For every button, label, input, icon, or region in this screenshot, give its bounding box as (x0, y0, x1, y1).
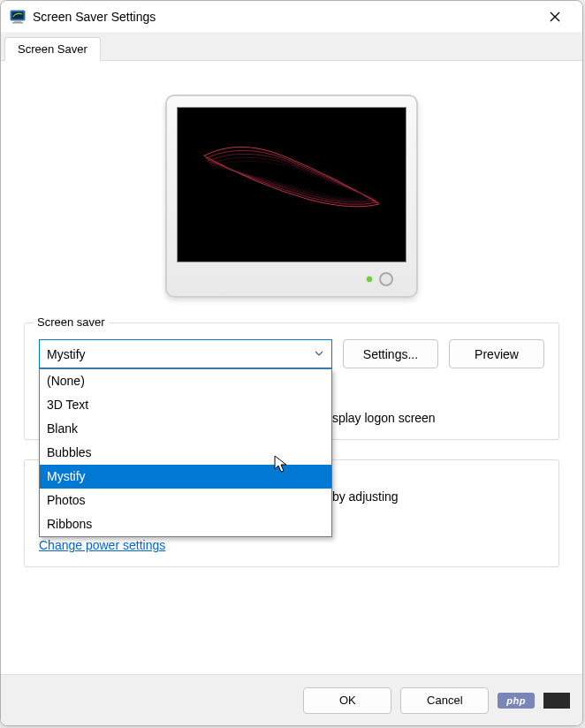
screensaver-app-icon (10, 9, 26, 25)
close-button[interactable] (536, 4, 574, 30)
window-title: Screen Saver Settings (33, 10, 536, 24)
monitor-screen (177, 107, 406, 262)
php-badge: php (498, 693, 535, 709)
screensaver-settings-window: Screen Saver Settings Screen Saver (0, 0, 583, 726)
dialog-footer: OK Cancel php (1, 674, 582, 725)
settings-button[interactable]: Settings... (343, 339, 438, 368)
dropdown-option-blank[interactable]: Blank (40, 417, 331, 441)
close-icon (550, 11, 560, 22)
screensaver-controls-row: Mystify (None) 3D Text Blank Bubbles Mys… (39, 339, 544, 368)
tab-row: Screen Saver (1, 33, 582, 61)
preview-button[interactable]: Preview (449, 339, 544, 368)
screensaver-dropdown[interactable]: Mystify (None) 3D Text Blank Bubbles Mys… (39, 339, 332, 368)
monitor-base (178, 269, 406, 289)
dropdown-option-ribbons[interactable]: Ribbons (40, 512, 331, 536)
content-area: Screen saver Mystify (None) 3D Text Blan… (1, 61, 582, 674)
monitor-preview-area (24, 77, 559, 322)
chevron-down-icon (314, 347, 324, 361)
dropdown-option-3dtext[interactable]: 3D Text (40, 393, 331, 417)
tab-screen-saver[interactable]: Screen Saver (4, 37, 101, 61)
screensaver-groupbox: Screen saver Mystify (None) 3D Text Blan… (24, 322, 559, 440)
screensaver-group-legend: Screen saver (34, 315, 109, 329)
screensaver-dropdown-value: Mystify (47, 347, 86, 361)
svg-rect-3 (12, 22, 23, 24)
change-power-settings-link[interactable]: Change power settings (39, 538, 165, 552)
svg-rect-2 (14, 20, 21, 22)
ok-button[interactable]: OK (303, 687, 391, 714)
titlebar: Screen Saver Settings (1, 1, 582, 33)
svg-rect-4 (178, 108, 406, 262)
dropdown-option-bubbles[interactable]: Bubbles (40, 441, 331, 465)
dropdown-option-photos[interactable]: Photos (40, 489, 331, 512)
dropdown-option-mystify[interactable]: Mystify (40, 465, 331, 489)
dark-badge (543, 693, 570, 709)
screensaver-dropdown-list: (None) 3D Text Blank Bubbles Mystify Pho… (39, 368, 332, 537)
dropdown-option-none[interactable]: (None) (40, 369, 331, 393)
mystify-preview-graphic (178, 107, 406, 262)
monitor-power-icon (379, 272, 393, 286)
monitor-frame (165, 95, 418, 298)
monitor-led-icon (367, 277, 372, 282)
cancel-button[interactable]: Cancel (400, 687, 489, 714)
